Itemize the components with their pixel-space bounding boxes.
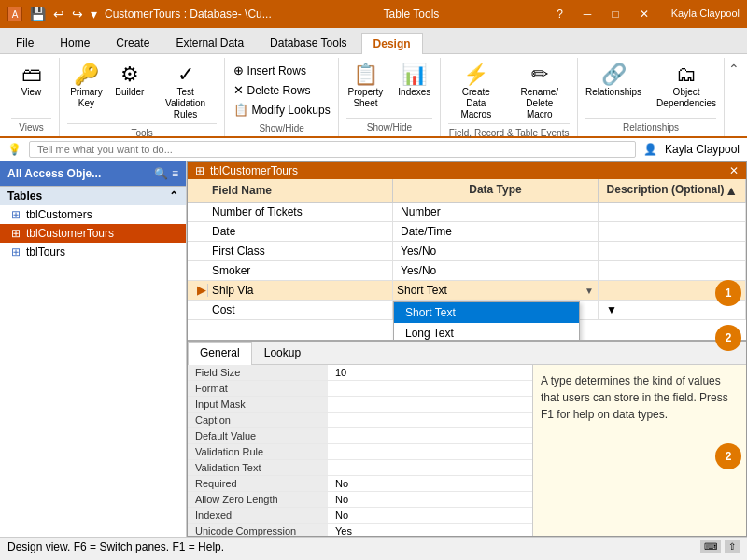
tab-database-tools[interactable]: Database Tools xyxy=(258,32,359,53)
prop-row-validationrule: Validation Rule xyxy=(188,444,532,460)
object-dependencies-btn[interactable]: 🗂 ObjectDependencies xyxy=(652,62,721,112)
indexes-btn[interactable]: 📊 Indexes xyxy=(393,62,435,101)
tables-section-label: Tables xyxy=(7,189,42,203)
prop-row-required: Required No xyxy=(188,476,532,492)
desc-cell[interactable] xyxy=(599,261,746,280)
prop-row-inputmask: Input Mask xyxy=(188,397,532,413)
prop-tab-lookup[interactable]: Lookup xyxy=(252,342,313,364)
tab-home[interactable]: Home xyxy=(48,32,102,53)
view-btn[interactable]: 🗃 View xyxy=(13,62,50,101)
prop-row-defaultvalue: Default Value xyxy=(188,428,532,444)
desc-cell[interactable] xyxy=(599,203,746,221)
dropdown-option-long-text[interactable]: Long Text xyxy=(394,323,579,340)
tools-group-label: Tools xyxy=(67,123,217,138)
tab-file[interactable]: File xyxy=(4,32,46,53)
status-text: Design view. F6 = Switch panes. F1 = Hel… xyxy=(7,540,224,553)
nav-item-tblcustomertours[interactable]: ⊞ tblCustomerTours xyxy=(0,224,186,243)
prop-table: Field Size 10 Format Input Mask Capt xyxy=(188,365,533,536)
dependencies-icon: 🗂 xyxy=(676,64,697,85)
data-type-cell[interactable]: Yes/No xyxy=(393,242,599,260)
title-bar-left: A 💾 ↩ ↪ ▾ CustomerTours : Database- \Cu.… xyxy=(7,7,272,21)
minimize-btn[interactable]: ─ xyxy=(578,7,598,21)
field-name-cell[interactable]: Number of Tickets xyxy=(208,205,303,218)
field-name-cell[interactable]: Smoker xyxy=(208,264,250,277)
grid-scroll-right[interactable]: ▼ xyxy=(606,303,617,316)
row-selector: First Class xyxy=(188,242,393,260)
showhide-group-label: Show/Hide xyxy=(346,118,432,133)
field-name-cell-active[interactable]: Ship Via xyxy=(208,284,253,297)
prop-row-indexed: Indexed No xyxy=(188,508,532,524)
property-sheet-icon: 📋 xyxy=(353,64,378,85)
data-type-cell[interactable]: Yes/No xyxy=(393,261,599,280)
table-doc-header: ⊞ tblCustomerTours ✕ xyxy=(188,162,746,179)
prop-row-validationtext: Validation Text xyxy=(188,460,532,476)
nav-search-icon[interactable]: 🔍 xyxy=(154,167,168,180)
grid-header: Field Name Data Type Description (Option… xyxy=(188,179,746,203)
tab-create[interactable]: Create xyxy=(104,32,162,53)
table-row-editing: ▶ Ship Via Short Text ▼ Short Text L xyxy=(188,281,746,301)
callout-2-top: 2 xyxy=(715,325,741,351)
help-search-input[interactable] xyxy=(29,141,636,158)
title-bar: A 💾 ↩ ↪ ▾ CustomerTours : Database- \Cu.… xyxy=(0,0,747,28)
table-row: First Class Yes/No xyxy=(188,242,746,261)
modify-lookups-btn[interactable]: 📋 Modify Lookups xyxy=(230,101,334,119)
ribbon-group-showhide: 📋 PropertySheet 📊 Indexes Show/Hide xyxy=(339,58,441,136)
delete-rows-icon: ✕ xyxy=(233,83,244,97)
table-icon: ⊞ xyxy=(11,208,21,221)
field-name-cell[interactable]: Date xyxy=(208,225,235,238)
prop-tab-general[interactable]: General xyxy=(188,342,252,365)
save-qa-icon[interactable]: 💾 xyxy=(28,7,48,21)
dropdown-option-short-text[interactable]: Short Text xyxy=(394,302,579,323)
builder-btn[interactable]: ⚙ Builder xyxy=(111,62,148,101)
nav-item-tbltours[interactable]: ⊞ tblTours xyxy=(0,243,186,261)
col-description: Description (Optional) ▲ xyxy=(599,179,746,202)
maximize-btn[interactable]: □ xyxy=(606,7,624,21)
delete-rows-btn[interactable]: ✕ Delete Rows xyxy=(230,81,334,99)
rename-delete-macro-btn[interactable]: ✏ Rename/Delete Macro xyxy=(510,62,571,123)
desc-cell[interactable] xyxy=(599,242,746,260)
callout-number: 1 xyxy=(726,287,732,300)
close-btn[interactable]: ✕ xyxy=(634,7,655,21)
key-icon: 🔑 xyxy=(74,64,99,85)
ribbon-collapse-btn[interactable]: ⌃ xyxy=(728,62,740,77)
ribbon: 🗃 View Views 🔑 PrimaryKey ⚙ Builder ✓ Te… xyxy=(0,54,747,138)
field-name-cell[interactable]: First Class xyxy=(208,245,265,258)
data-type-cell-dropdown[interactable]: Short Text ▼ Short Text Long Text Number… xyxy=(393,281,599,300)
table-doc-close-btn[interactable]: ✕ xyxy=(729,164,739,177)
ribbon-group-relationships: 🔗 Relationships 🗂 ObjectDependencies Rel… xyxy=(578,58,725,136)
field-name-cell-cost[interactable]: Cost xyxy=(208,303,235,316)
doc-area: ⊞ tblCustomerTours ✕ Field Name Data Typ… xyxy=(187,161,747,537)
desc-cell[interactable] xyxy=(599,222,746,241)
prop-value[interactable]: 10 xyxy=(328,365,532,380)
redo-qa-icon[interactable]: ↪ xyxy=(70,7,85,21)
nav-title: All Access Obje... xyxy=(7,167,101,180)
relationships-btn[interactable]: 🔗 Relationships xyxy=(581,62,646,101)
help-btn[interactable]: ? xyxy=(551,7,569,21)
title-text: CustomerTours : Database- \Cu... xyxy=(105,7,272,21)
lightbulb-icon: 💡 xyxy=(7,143,21,156)
data-type-cell[interactable]: Date/Time xyxy=(393,222,599,241)
prop-row-unicode: Unicode Compression Yes xyxy=(188,524,532,536)
undo-qa-icon[interactable]: ↩ xyxy=(51,7,66,21)
indexes-icon: 📊 xyxy=(402,64,427,85)
tab-external-data[interactable]: External Data xyxy=(163,32,256,53)
insert-rows-btn[interactable]: ⊕ Insert Rows xyxy=(230,62,334,79)
more-qa-icon[interactable]: ▾ xyxy=(89,7,99,21)
tab-design[interactable]: Design xyxy=(361,33,423,54)
num-lock-icon: ⌨ xyxy=(700,540,721,553)
dropdown-current-value: Short Text xyxy=(397,284,447,297)
prop-row-caption: Caption xyxy=(188,413,532,428)
nav-section-tables[interactable]: Tables ⌃ xyxy=(0,186,186,205)
ribbon-group-tools: 🔑 PrimaryKey ⚙ Builder ✓ Test Validation… xyxy=(60,58,225,136)
row-selector: Cost xyxy=(188,301,393,319)
nav-item-tblcustomers[interactable]: ⊞ tblCustomers xyxy=(0,205,186,224)
dropdown-arrow-icon[interactable]: ▼ xyxy=(585,286,594,296)
grid-scroll-up[interactable]: ▲ xyxy=(725,183,738,198)
property-sheet-btn[interactable]: 📋 PropertySheet xyxy=(344,62,388,112)
col-field-name: Field Name xyxy=(212,184,272,197)
primary-key-btn[interactable]: 🔑 PrimaryKey xyxy=(67,62,106,112)
test-validation-btn[interactable]: ✓ Test ValidationRules xyxy=(154,62,218,123)
data-type-cell[interactable]: Number xyxy=(393,203,599,221)
nav-menu-icon[interactable]: ≡ xyxy=(172,167,178,180)
create-data-macros-btn[interactable]: ⚡ Create DataMacros xyxy=(448,62,503,123)
